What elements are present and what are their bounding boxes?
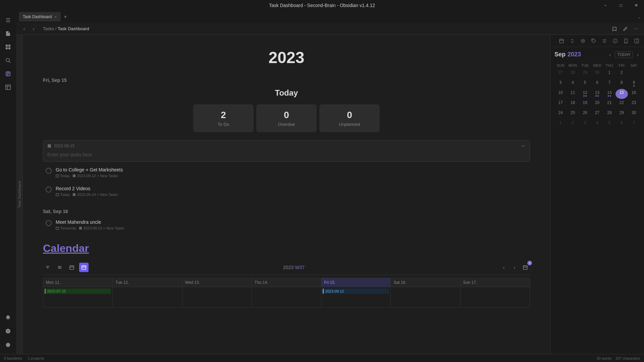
- mini-cal-day[interactable]: 2: [567, 119, 579, 129]
- today-heading: Today: [43, 88, 530, 98]
- mini-cal-day[interactable]: 9: [628, 79, 640, 89]
- cal-day-sat: Sat 16.: [391, 278, 460, 307]
- mini-cal-day[interactable]: 28: [567, 69, 579, 79]
- calendar-link[interactable]: Calendar: [43, 242, 530, 255]
- sidebar-icon-settings[interactable]: [2, 339, 14, 351]
- mini-cal-day[interactable]: 27: [591, 109, 603, 119]
- mini-cal-day[interactable]: 29: [615, 109, 628, 119]
- cal-list-button[interactable]: [55, 263, 64, 272]
- mini-cal-day[interactable]: 30: [628, 109, 640, 119]
- cal-event-1[interactable]: 2023-07-25: [45, 289, 111, 294]
- mini-cal-day[interactable]: 20: [591, 99, 603, 109]
- nav-forward-button[interactable]: ›: [30, 25, 38, 33]
- mini-cal-day[interactable]: 28: [603, 109, 615, 119]
- window-controls: − □ ✕: [598, 0, 644, 11]
- mini-cal-day[interactable]: 3: [579, 119, 591, 129]
- task-input-area[interactable]: 2023-09-15 ↵ Enter your tasks here: [43, 140, 530, 162]
- svg-rect-0: [6, 45, 8, 47]
- sidebar-icon-open[interactable]: ☰: [2, 14, 14, 26]
- rs-close-panel-icon[interactable]: [632, 36, 641, 46]
- mini-cal-day[interactable]: 15: [615, 89, 628, 99]
- mini-cal-day[interactable]: 27: [554, 69, 567, 79]
- edit-icon[interactable]: [621, 25, 629, 33]
- tab-task-dashboard[interactable]: Task Dashboard ×: [19, 12, 61, 21]
- cal-day-mon-content: 2023-07-25: [43, 287, 112, 307]
- mini-cal-day[interactable]: 5: [603, 119, 615, 129]
- mini-cal-day[interactable]: 12: [579, 89, 591, 99]
- mini-cal-day[interactable]: 21: [603, 99, 615, 109]
- rs-tags-icon[interactable]: [589, 36, 598, 46]
- mini-cal-day[interactable]: 2: [615, 69, 628, 79]
- mini-cal-day[interactable]: 10: [554, 89, 567, 99]
- mini-cal-day[interactable]: 6: [591, 79, 603, 89]
- mini-cal-day[interactable]: 17: [554, 99, 567, 109]
- mini-cal-day[interactable]: 25: [567, 109, 579, 119]
- nav-back-button[interactable]: ‹: [20, 25, 28, 33]
- rs-calendar-icon[interactable]: [557, 36, 566, 46]
- toolbar-actions: ⋯: [610, 25, 640, 33]
- editor-pane[interactable]: 2023 Fri, Sep 15 Today 2 To Do 0 Overdue: [23, 35, 550, 354]
- minimize-button[interactable]: −: [598, 0, 613, 11]
- bookmark-icon[interactable]: [610, 25, 619, 33]
- mini-cal-day[interactable]: 8: [615, 79, 628, 89]
- cal-prev-button[interactable]: ‹: [499, 263, 508, 272]
- task-input-placeholder[interactable]: Enter your tasks here: [47, 151, 526, 159]
- mini-cal-day[interactable]: 29: [579, 69, 591, 79]
- mini-cal-day[interactable]: 26: [579, 109, 591, 119]
- cal-filter-button[interactable]: [43, 263, 52, 272]
- mini-cal-day[interactable]: 4: [567, 79, 579, 89]
- status-backlinks[interactable]: 0 backlinks: [4, 356, 22, 360]
- close-button[interactable]: ✕: [629, 0, 644, 11]
- mini-cal-day[interactable]: 16: [628, 89, 640, 99]
- stat-number-todo: 2: [204, 110, 243, 120]
- sidebar-icon-table[interactable]: [2, 81, 14, 93]
- tab-add-button[interactable]: +: [61, 12, 70, 21]
- rs-toc-icon[interactable]: [600, 36, 609, 46]
- breadcrumb-parent[interactable]: Tasks: [43, 26, 54, 31]
- mini-cal-day[interactable]: 30: [591, 69, 603, 79]
- mini-cal-day[interactable]: 7: [628, 119, 640, 129]
- mini-cal-day[interactable]: 24: [554, 109, 567, 119]
- rs-outlinks-icon[interactable]: [578, 36, 588, 46]
- mini-cal-day[interactable]: 3: [554, 79, 567, 89]
- rs-bookmarks-icon[interactable]: [621, 36, 631, 46]
- cal-next-button[interactable]: ›: [510, 263, 519, 272]
- mini-cal-day[interactable]: 1: [603, 69, 615, 79]
- sidebar-icon-newfile[interactable]: [2, 28, 14, 40]
- cal-event-2[interactable]: 2023-09-12: [323, 289, 389, 294]
- maximize-button[interactable]: □: [613, 0, 629, 11]
- calendar-toolbar: 2023 W37 ‹ › 3: [43, 260, 530, 275]
- mini-cal-day[interactable]: 7: [603, 79, 615, 89]
- sidebar-icon-search[interactable]: [2, 54, 14, 66]
- mini-cal-day[interactable]: 4: [591, 119, 603, 129]
- sidebar-icon-dashboard[interactable]: [2, 41, 14, 53]
- sidebar-icon-help[interactable]: [2, 325, 14, 337]
- more-options-icon[interactable]: ⋯: [632, 25, 640, 33]
- mini-cal-day[interactable]: 11: [567, 89, 579, 99]
- sidebar-icon-tasks[interactable]: [2, 68, 14, 80]
- mini-cal-day[interactable]: 18: [567, 99, 579, 109]
- mini-cal-day[interactable]: 19: [579, 99, 591, 109]
- mini-cal-day[interactable]: 5: [579, 79, 591, 89]
- mini-cal-day[interactable]: 1: [554, 119, 567, 129]
- cal-month-button[interactable]: [67, 263, 76, 272]
- rs-properties-icon[interactable]: [610, 36, 620, 46]
- mini-cal-day[interactable]: 6: [615, 119, 628, 129]
- mini-cal-day[interactable]: 14: [603, 89, 615, 99]
- mini-cal-next-button[interactable]: ›: [636, 51, 640, 58]
- dropdown-arrow[interactable]: ⌄: [637, 14, 641, 19]
- task-checkbox-1[interactable]: [46, 168, 52, 174]
- task-checkbox-sat1[interactable]: [46, 220, 52, 226]
- cal-week-button[interactable]: [79, 263, 89, 272]
- mini-cal-day[interactable]: 13: [591, 89, 603, 99]
- mini-cal-today-button[interactable]: TODAY: [615, 51, 633, 58]
- sidebar-icon-notification[interactable]: [2, 312, 14, 324]
- mini-cal-day[interactable]: 23: [628, 99, 640, 109]
- task-checkbox-2[interactable]: [46, 187, 52, 193]
- rs-backlinks-icon[interactable]: [568, 36, 577, 46]
- task-sat1-meta-file: 2023-09-13 > New Tasks: [83, 226, 124, 230]
- tab-close-icon[interactable]: ×: [55, 15, 57, 19]
- mini-cal-day[interactable]: 22: [615, 99, 628, 109]
- mini-cal-prev-button[interactable]: ‹: [608, 51, 612, 58]
- status-property[interactable]: 1 property: [28, 356, 44, 360]
